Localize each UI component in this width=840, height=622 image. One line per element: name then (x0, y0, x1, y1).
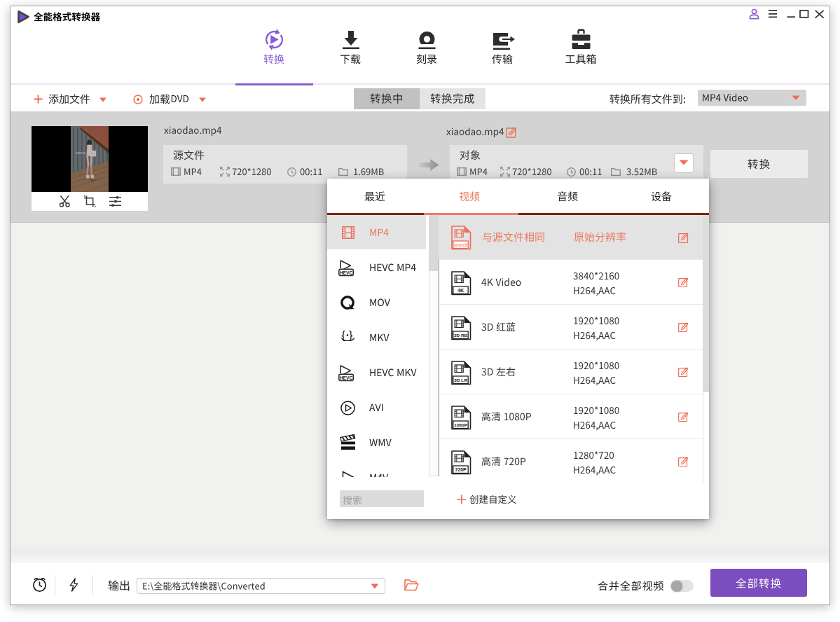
svg-text:HEVC: HEVC (340, 375, 353, 380)
svg-text:}: } (349, 329, 353, 341)
svg-text:1080P: 1080P (454, 422, 467, 427)
svg-text:3D LR: 3D LR (454, 378, 468, 382)
svg-text:VSP2.6: VSP2.6 (76, 151, 85, 155)
svg-text:720P: 720P (455, 467, 467, 472)
svg-text:source: source (454, 242, 468, 247)
svg-text:3D RB: 3D RB (454, 333, 468, 338)
svg-text:4K: 4K (457, 287, 464, 293)
svg-text:HEVC: HEVC (340, 270, 353, 275)
